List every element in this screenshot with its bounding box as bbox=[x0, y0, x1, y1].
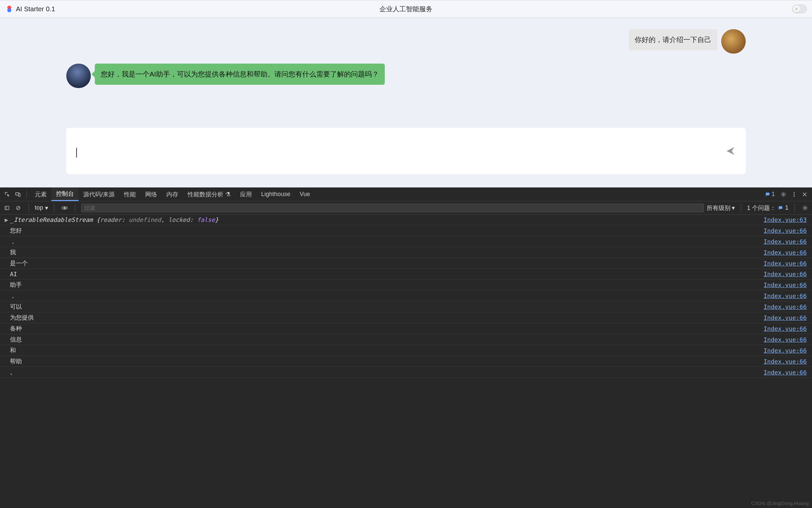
console-log-row[interactable]: 您好Index.vue:66 bbox=[0, 225, 812, 236]
chat-area: 你好的，请介绍一下自己 您好，我是一个AI助手，可以为您提供各种信息和帮助。请问… bbox=[0, 18, 812, 187]
gear-icon bbox=[793, 6, 800, 12]
log-levels-selector[interactable]: 所有级别▾ bbox=[707, 204, 735, 212]
tab-perf-insights[interactable]: 性能数据分析⚗ bbox=[183, 187, 235, 201]
separator bbox=[795, 204, 795, 212]
context-selector[interactable]: top ▾ bbox=[35, 204, 48, 212]
console-log-row[interactable]: ，Index.vue:66 bbox=[0, 236, 812, 247]
svg-point-6 bbox=[794, 192, 795, 193]
inspect-element-icon[interactable] bbox=[3, 190, 12, 199]
source-link[interactable]: Index.vue:66 bbox=[764, 292, 807, 299]
svg-rect-4 bbox=[18, 194, 20, 196]
source-link[interactable]: Index.vue:66 bbox=[764, 303, 807, 310]
tab-sources[interactable]: 源代码/来源 bbox=[79, 187, 119, 201]
app-version: 0.1 bbox=[46, 5, 55, 13]
assistant-message-bubble: 您好，我是一个AI助手，可以为您提供各种信息和帮助。请问您有什么需要了解的问题吗… bbox=[95, 64, 385, 85]
source-link[interactable]: Index.vue:66 bbox=[764, 227, 807, 234]
tab-application[interactable]: 应用 bbox=[235, 187, 257, 201]
svg-point-13 bbox=[64, 207, 66, 209]
tab-lighthouse[interactable]: Lighthouse bbox=[257, 187, 295, 201]
message-icon bbox=[778, 205, 783, 211]
separator bbox=[741, 204, 741, 212]
send-button[interactable] bbox=[725, 145, 736, 157]
message-row-assistant: 您好，我是一个AI助手，可以为您提供各种信息和帮助。请问您有什么需要了解的问题吗… bbox=[66, 64, 746, 88]
svg-point-7 bbox=[794, 194, 795, 195]
send-icon bbox=[725, 146, 736, 156]
source-link[interactable]: Index.vue:66 bbox=[764, 347, 807, 354]
message-icon bbox=[765, 192, 770, 197]
tab-performance[interactable]: 性能 bbox=[119, 187, 141, 201]
app-logo-icon bbox=[5, 5, 13, 13]
user-avatar bbox=[721, 29, 746, 54]
source-link[interactable]: Index.vue:66 bbox=[764, 282, 807, 289]
source-link[interactable]: Index.vue:63 bbox=[764, 216, 807, 223]
device-toolbar-icon[interactable] bbox=[13, 190, 23, 199]
theme-toggle[interactable] bbox=[792, 5, 807, 13]
source-link[interactable]: Index.vue:66 bbox=[764, 325, 807, 332]
errors-badge[interactable]: 1 bbox=[765, 191, 775, 198]
devtools-tab-bar: 元素 控制台 源代码/来源 性能 网络 内存 性能数据分析⚗ 应用 Lighth… bbox=[0, 187, 812, 201]
console-log-list[interactable]: ▶_IterableReadableStream {reader: undefi… bbox=[0, 215, 812, 508]
message-row-user: 你好的，请介绍一下自己 bbox=[66, 29, 746, 54]
text-caret bbox=[76, 148, 77, 158]
svg-point-2 bbox=[796, 8, 797, 10]
svg-line-12 bbox=[17, 207, 20, 209]
separator bbox=[54, 204, 54, 212]
console-log-row[interactable]: 为您提供Index.vue:66 bbox=[0, 312, 812, 323]
flask-icon: ⚗ bbox=[225, 191, 231, 198]
svg-point-8 bbox=[794, 196, 795, 196]
app-header: AI Starter 0.1 企业人工智能服务 bbox=[0, 0, 812, 18]
console-log-row[interactable]: 帮助Index.vue:66 bbox=[0, 356, 812, 367]
console-filter-input[interactable] bbox=[81, 204, 704, 212]
chat-input[interactable] bbox=[66, 128, 746, 174]
source-link[interactable]: Index.vue:66 bbox=[764, 238, 807, 245]
source-link[interactable]: Index.vue:66 bbox=[764, 249, 807, 256]
kebab-menu-icon[interactable] bbox=[789, 190, 799, 199]
svg-point-14 bbox=[804, 207, 806, 209]
user-message-bubble: 你好的，请介绍一下自己 bbox=[629, 29, 717, 50]
console-log-row[interactable]: 各种Index.vue:66 bbox=[0, 323, 812, 334]
svg-point-5 bbox=[783, 194, 784, 195]
separator bbox=[75, 204, 75, 212]
devtools-panel: 元素 控制台 源代码/来源 性能 网络 内存 性能数据分析⚗ 应用 Lighth… bbox=[0, 187, 812, 508]
page-title: 企业人工智能服务 bbox=[380, 5, 432, 13]
chevron-down-icon: ▾ bbox=[732, 204, 735, 212]
svg-point-1 bbox=[7, 8, 11, 12]
console-log-row[interactable]: 和Index.vue:66 bbox=[0, 345, 812, 356]
source-link[interactable]: Index.vue:66 bbox=[764, 358, 807, 365]
console-log-row[interactable]: AIIndex.vue:66 bbox=[0, 269, 812, 280]
close-devtools-icon[interactable] bbox=[800, 190, 809, 199]
tab-vue[interactable]: Vue bbox=[295, 187, 314, 201]
tab-console[interactable]: 控制台 bbox=[51, 187, 79, 201]
console-log-row[interactable]: 信息Index.vue:66 bbox=[0, 334, 812, 345]
console-log-row[interactable]: ▶_IterableReadableStream {reader: undefi… bbox=[0, 215, 812, 225]
source-link[interactable]: Index.vue:66 bbox=[764, 314, 807, 321]
source-link[interactable]: Index.vue:66 bbox=[764, 260, 807, 267]
console-log-row[interactable]: ，Index.vue:66 bbox=[0, 290, 812, 301]
console-settings-icon[interactable] bbox=[801, 204, 809, 212]
tab-network[interactable]: 网络 bbox=[141, 187, 162, 201]
separator bbox=[29, 204, 29, 212]
assistant-avatar bbox=[66, 64, 91, 88]
issues-counter[interactable]: 1 个问题： 1 bbox=[747, 204, 788, 212]
source-link[interactable]: Index.vue:66 bbox=[764, 369, 807, 376]
devtools-settings-icon[interactable] bbox=[779, 190, 788, 199]
separator bbox=[27, 190, 27, 198]
live-expression-icon[interactable] bbox=[60, 204, 69, 212]
chevron-down-icon: ▾ bbox=[45, 204, 48, 212]
svg-rect-9 bbox=[5, 206, 9, 210]
console-toolbar: top ▾ 所有级别▾ 1 个问题： 1 bbox=[0, 201, 812, 215]
tab-memory[interactable]: 内存 bbox=[162, 187, 183, 201]
clear-console-icon[interactable] bbox=[14, 204, 23, 212]
tab-elements[interactable]: 元素 bbox=[30, 187, 51, 201]
console-log-row[interactable]: 。Index.vue:66 bbox=[0, 367, 812, 378]
console-log-row[interactable]: 是一个Index.vue:66 bbox=[0, 258, 812, 269]
console-log-row[interactable]: 助手Index.vue:66 bbox=[0, 280, 812, 290]
console-log-row[interactable]: 我Index.vue:66 bbox=[0, 247, 812, 258]
toggle-sidebar-icon[interactable] bbox=[3, 204, 11, 212]
console-log-row[interactable]: 可以Index.vue:66 bbox=[0, 301, 812, 312]
source-link[interactable]: Index.vue:66 bbox=[764, 270, 807, 278]
app-name: AI Starter bbox=[16, 5, 44, 13]
source-link[interactable]: Index.vue:66 bbox=[764, 336, 807, 343]
